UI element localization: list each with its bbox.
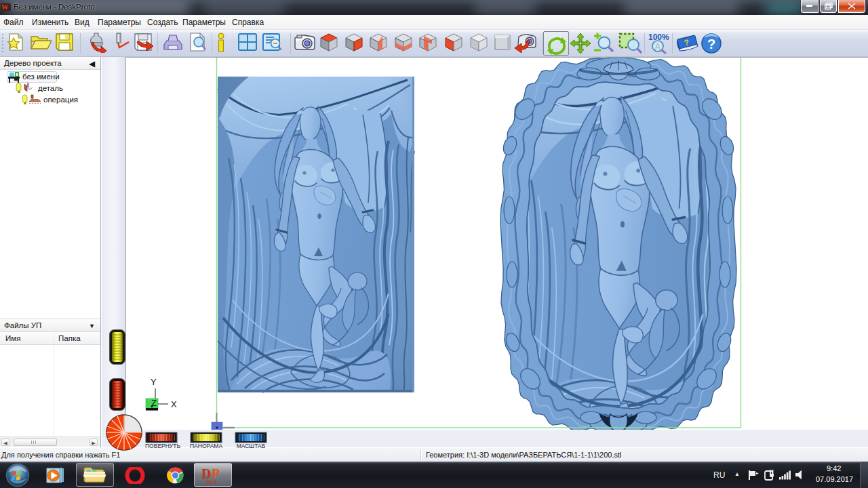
svg-text:Desk: Desk: [206, 479, 217, 485]
svg-text:?: ?: [707, 37, 715, 52]
svg-text:W: W: [1, 3, 9, 11]
svg-text:X: X: [171, 399, 177, 409]
svg-text:A: A: [655, 42, 661, 52]
svg-text:Y: Y: [151, 377, 157, 387]
